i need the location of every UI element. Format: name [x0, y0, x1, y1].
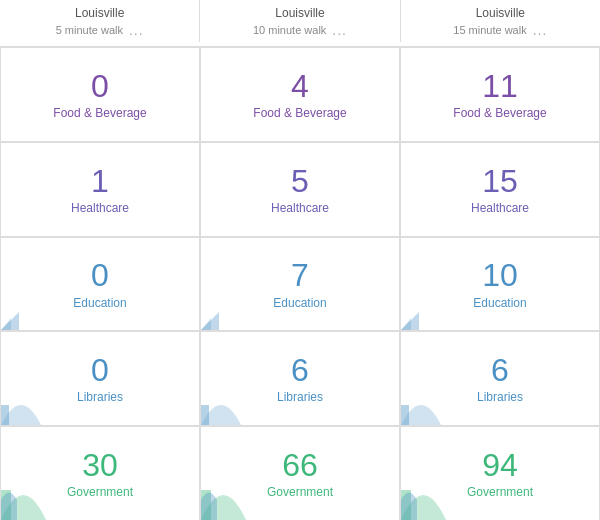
value-healthcare-col2: 5: [291, 164, 309, 199]
cell-food-col3: 11Food & Beverage: [400, 47, 600, 142]
value-healthcare-col3: 15: [482, 164, 518, 199]
header: Louisville 5 minute walk ... Louisville …: [0, 0, 600, 47]
label-food-col3: Food & Beverage: [453, 106, 546, 120]
label-education-col1: Education: [73, 296, 126, 310]
value-libraries-col2: 6: [291, 353, 309, 388]
svg-marker-5: [401, 318, 411, 330]
label-healthcare-col1: Healthcare: [71, 201, 129, 215]
svg-rect-8: [401, 405, 409, 425]
walk-label-3: 15 minute walk: [453, 24, 526, 36]
label-libraries-col2: Libraries: [277, 390, 323, 404]
label-food-col2: Food & Beverage: [253, 106, 346, 120]
label-education-col2: Education: [273, 296, 326, 310]
label-government-col1: Government: [67, 485, 133, 499]
cell-education-col1: 0Education: [0, 237, 200, 332]
value-food-col3: 11: [482, 69, 518, 104]
svg-marker-1: [1, 318, 11, 330]
value-education-col2: 7: [291, 258, 309, 293]
label-libraries-col3: Libraries: [477, 390, 523, 404]
header-col-1: Louisville 5 minute walk ...: [0, 0, 199, 42]
city-3: Louisville: [476, 6, 525, 20]
value-government-col3: 94: [482, 448, 518, 483]
label-education-col3: Education: [473, 296, 526, 310]
header-col-2: Louisville 10 minute walk ...: [199, 0, 399, 42]
cell-government-col1: 30Government: [0, 426, 200, 520]
cell-libraries-col2: 6Libraries: [200, 331, 400, 426]
value-food-col1: 0: [91, 69, 109, 104]
city-1: Louisville: [75, 6, 124, 20]
cell-healthcare-col1: 1Healthcare: [0, 142, 200, 237]
label-healthcare-col3: Healthcare: [471, 201, 529, 215]
city-2: Louisville: [275, 6, 324, 20]
walk-label-1: 5 minute walk: [56, 24, 123, 36]
cell-education-col2: 7Education: [200, 237, 400, 332]
header-col-3: Louisville 15 minute walk ...: [400, 0, 600, 42]
value-education-col1: 0: [91, 258, 109, 293]
cell-healthcare-col3: 15Healthcare: [400, 142, 600, 237]
cell-healthcare-col2: 5Healthcare: [200, 142, 400, 237]
cell-libraries-col1: 0Libraries: [0, 331, 200, 426]
label-libraries-col1: Libraries: [77, 390, 123, 404]
walk-row-2: 10 minute walk ...: [253, 22, 347, 38]
value-education-col3: 10: [482, 258, 518, 293]
data-grid: 0Food & Beverage4Food & Beverage11Food &…: [0, 47, 600, 520]
cell-food-col1: 0Food & Beverage: [0, 47, 200, 142]
value-government-col1: 30: [82, 448, 118, 483]
label-food-col1: Food & Beverage: [53, 106, 146, 120]
walk-row-3: 15 minute walk ...: [453, 22, 547, 38]
dots-menu-1[interactable]: ...: [129, 22, 144, 38]
svg-rect-6: [1, 405, 9, 425]
svg-rect-7: [201, 405, 209, 425]
cell-government-col3: 94Government: [400, 426, 600, 520]
value-libraries-col1: 0: [91, 353, 109, 388]
dots-menu-3[interactable]: ...: [533, 22, 548, 38]
cell-education-col3: 10Education: [400, 237, 600, 332]
cell-food-col2: 4Food & Beverage: [200, 47, 400, 142]
value-government-col2: 66: [282, 448, 318, 483]
label-healthcare-col2: Healthcare: [271, 201, 329, 215]
svg-marker-3: [201, 318, 211, 330]
cell-government-col2: 66Government: [200, 426, 400, 520]
walk-label-2: 10 minute walk: [253, 24, 326, 36]
label-government-col2: Government: [267, 485, 333, 499]
cell-libraries-col3: 6Libraries: [400, 331, 600, 426]
label-government-col3: Government: [467, 485, 533, 499]
value-food-col2: 4: [291, 69, 309, 104]
value-libraries-col3: 6: [491, 353, 509, 388]
dots-menu-2[interactable]: ...: [332, 22, 347, 38]
value-healthcare-col1: 1: [91, 164, 109, 199]
walk-row-1: 5 minute walk ...: [56, 22, 144, 38]
